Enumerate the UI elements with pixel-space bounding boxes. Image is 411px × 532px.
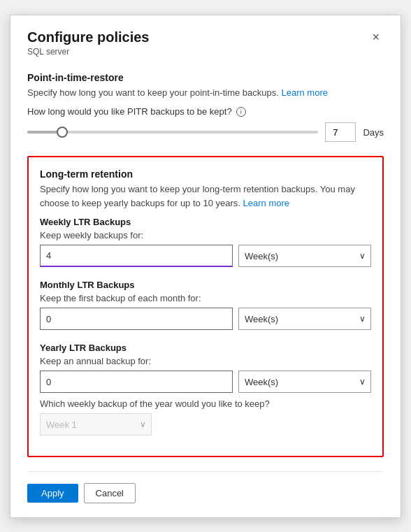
pitr-slider-row: Days <box>27 122 384 142</box>
close-button[interactable]: × <box>368 29 384 45</box>
yearly-ltr-subsection: Yearly LTR Backups Keep an annual backup… <box>40 343 371 436</box>
yearly-week-select[interactable]: Week 1 <box>40 413 152 436</box>
yearly-ltr-unit-select[interactable]: Week(s) Month(s) Year(s) <box>238 371 371 393</box>
weekly-ltr-label: Keep weekly backups for: <box>40 230 371 240</box>
weekly-ltr-number-input[interactable] <box>40 245 233 267</box>
ltr-section-title: Long-term retention <box>40 168 371 180</box>
monthly-ltr-input-row: Week(s) Month(s) Year(s) <box>40 308 371 330</box>
monthly-ltr-unit-wrapper: Week(s) Month(s) Year(s) <box>238 308 371 330</box>
dialog-title-block: Configure policies SQL server <box>27 29 149 69</box>
pitr-info-icon[interactable]: i <box>236 107 246 117</box>
yearly-ltr-unit-wrapper: Week(s) Month(s) Year(s) <box>238 371 371 393</box>
pitr-slider-thumb[interactable] <box>57 127 68 138</box>
ltr-learn-more-link[interactable]: Learn more <box>243 198 289 208</box>
yearly-ltr-number-input[interactable] <box>40 371 233 393</box>
weekly-ltr-unit-select[interactable]: Week(s) Month(s) Year(s) <box>238 245 371 267</box>
weekly-ltr-subsection: Weekly LTR Backups Keep weekly backups f… <box>40 217 371 267</box>
monthly-ltr-unit-select[interactable]: Week(s) Month(s) Year(s) <box>238 308 371 330</box>
pitr-slider-label: How long would you like PITR backups to … <box>27 106 384 117</box>
monthly-ltr-number-input[interactable] <box>40 308 233 330</box>
cancel-button[interactable]: Cancel <box>84 483 136 503</box>
monthly-ltr-title: Monthly LTR Backups <box>40 280 371 290</box>
pitr-section: Point-in-time-restore Specify how long y… <box>27 72 384 143</box>
pitr-slider-track[interactable] <box>27 131 318 134</box>
yearly-ltr-title: Yearly LTR Backups <box>40 343 371 353</box>
yearly-ltr-input-row: Week(s) Month(s) Year(s) <box>40 371 371 393</box>
pitr-learn-more-link[interactable]: Learn more <box>282 87 328 98</box>
monthly-ltr-label: Keep the first backup of each month for: <box>40 293 371 303</box>
weekly-ltr-unit-wrapper: Week(s) Month(s) Year(s) <box>238 245 371 267</box>
ltr-description: Specify how long you want to keep your l… <box>40 182 371 210</box>
dialog-footer: Apply Cancel <box>27 471 384 503</box>
dialog-header: Configure policies SQL server × <box>27 29 384 69</box>
pitr-days-label: Days <box>363 127 384 138</box>
configure-policies-dialog: Configure policies SQL server × Point-in… <box>10 15 401 518</box>
apply-button[interactable]: Apply <box>27 484 78 503</box>
yearly-ltr-label: Keep an annual backup for: <box>40 356 371 366</box>
weekly-ltr-input-row: Week(s) Month(s) Year(s) <box>40 245 371 267</box>
pitr-days-input[interactable] <box>325 122 356 142</box>
weekly-ltr-title: Weekly LTR Backups <box>40 217 371 227</box>
ltr-section: Long-term retention Specify how long you… <box>27 156 384 457</box>
yearly-week-select-wrapper: Week 1 <box>40 413 152 436</box>
dialog-title: Configure policies <box>27 29 149 45</box>
monthly-ltr-subsection: Monthly LTR Backups Keep the first backu… <box>40 280 371 330</box>
yearly-which-label: Which weekly backup of the year would yo… <box>40 398 371 409</box>
pitr-section-title: Point-in-time-restore <box>27 72 384 83</box>
dialog-subtitle: SQL server <box>27 47 149 57</box>
pitr-description: Specify how long you want to keep your p… <box>27 86 384 100</box>
